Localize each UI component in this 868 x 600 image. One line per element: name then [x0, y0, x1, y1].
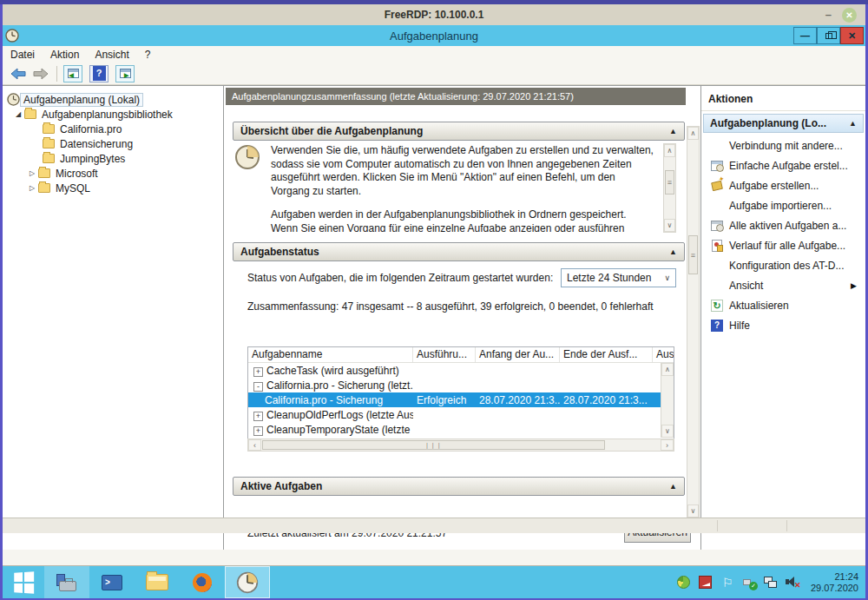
column-header-name[interactable]: Aufgabenname	[248, 347, 413, 362]
tree-item-folder[interactable]: JumpingBytes	[3, 151, 223, 166]
collapsed-icon[interactable]: ▷	[28, 169, 36, 177]
update-status-icon[interactable]	[677, 576, 691, 590]
tree-item-folder[interactable]: California.pro	[3, 122, 223, 136]
overview-scrollbar[interactable]: ∧ ≡ ∨	[663, 143, 676, 233]
taskbar-clock[interactable]: 21:24 29.07.2020	[807, 571, 858, 594]
expanded-icon[interactable]: ◢	[14, 110, 23, 118]
action-display-running-tasks[interactable]: Alle aktiven Aufgaben a...	[701, 215, 865, 235]
freerdp-titlebar: FreeRDP: 10.100.0.1 – ✕	[3, 4, 865, 25]
actions-group-header[interactable]: Aufgabenplanung (Lo... ▲	[703, 114, 864, 133]
column-header-start[interactable]: Anfang der Au...	[476, 347, 560, 362]
action-create-task[interactable]: Aufgabe erstellen...	[701, 175, 865, 195]
table-horizontal-scrollbar[interactable]: ‹ ❘❘❘ ›	[247, 438, 674, 452]
action-enable-task-history[interactable]: Verlauf für alle Aufgabe...	[701, 235, 865, 255]
scroll-right-icon[interactable]: ›	[661, 439, 674, 451]
tree-item-label: Datensicherung	[57, 138, 135, 150]
task-scheduler-icon	[7, 93, 20, 106]
table-row[interactable]: +CleanupOldPerfLogs (letzte Aus...	[248, 407, 674, 422]
action-help[interactable]: ? Hilfe	[701, 315, 865, 335]
scroll-up-icon[interactable]: ∧	[661, 363, 674, 376]
table-row[interactable]: -California.pro - Sicherung (letzt...	[248, 378, 674, 392]
taskstatus-section-header[interactable]: Aufgabenstatus ▲	[233, 242, 685, 261]
collapsed-icon[interactable]: ▷	[28, 184, 36, 192]
clock-time: 21:24	[811, 571, 858, 583]
active-tasks-section-header[interactable]: Aktive Aufgaben ▲	[233, 477, 685, 496]
table-vertical-scrollbar[interactable]: ∧ ∨	[661, 363, 674, 438]
console-tree-toggle-button[interactable]: ◀	[63, 65, 82, 82]
tree-item-folder[interactable]: Datensicherung	[3, 136, 223, 151]
collapse-icon[interactable]: ▲	[669, 247, 677, 256]
scroll-up-icon[interactable]: ∧	[664, 144, 675, 157]
collapse-icon[interactable]: ▲	[669, 482, 677, 491]
folder-icon	[43, 154, 55, 163]
time-range-select[interactable]: Letzte 24 Stunden ∨	[561, 268, 676, 287]
app-close-button[interactable]: ✕	[840, 27, 864, 44]
freerdp-minimize-button[interactable]: –	[825, 10, 832, 19]
tree-item-root[interactable]: Aufgabenplanung (Lokal)	[3, 92, 223, 107]
collapse-icon[interactable]: -	[253, 382, 263, 392]
scroll-up-icon[interactable]: ∧	[687, 127, 699, 140]
table-row[interactable]: +CleanupTemporaryState (letzte ...	[248, 422, 674, 437]
usb-eject-icon[interactable]: ✓	[742, 576, 756, 590]
folder-icon	[38, 183, 50, 193]
antivirus-icon[interactable]	[699, 576, 713, 590]
table-row-selected[interactable]: California.pro - Sicherung Erfolgreich 2…	[248, 392, 674, 407]
action-pane-toggle-button[interactable]: ▶	[115, 65, 135, 82]
taskbar-task-scheduler[interactable]	[225, 566, 270, 598]
help-toolbar-button[interactable]: ?	[89, 65, 108, 82]
remote-desktop: Aufgabenplanung — ✕ Datei Aktion Ansicht…	[3, 25, 865, 598]
app-minimize-button[interactable]: —	[793, 27, 817, 44]
windows-logo-icon	[14, 571, 34, 594]
scroll-down-icon[interactable]: ∨	[664, 219, 675, 232]
taskbar-firefox[interactable]	[180, 566, 225, 598]
action-refresh[interactable]: ↻ Aktualisieren	[701, 295, 865, 315]
column-header-end[interactable]: Ende der Ausf...	[560, 347, 653, 362]
toolbar-separator	[56, 66, 57, 82]
action-import-task[interactable]: Aufgabe importieren...	[701, 195, 865, 215]
scroll-left-icon[interactable]: ‹	[248, 439, 261, 451]
network-icon[interactable]	[764, 576, 778, 590]
scroll-down-icon[interactable]: ∨	[661, 425, 674, 438]
volume-muted-icon[interactable]: ✕	[786, 576, 799, 590]
taskbar-server-manager[interactable]	[44, 566, 89, 598]
forward-icon[interactable]	[31, 67, 50, 81]
action-pane-icon: ▶	[120, 69, 131, 78]
scroll-down-icon[interactable]: ∨	[687, 504, 699, 518]
freerdp-title: FreeRDP: 10.100.0.1	[3, 9, 865, 21]
column-header-aus[interactable]: Aus	[653, 347, 674, 362]
console-tree: Aufgabenplanung (Lokal) ◢ Aufgabenplanun…	[3, 86, 224, 550]
collapse-icon[interactable]: ▲	[849, 119, 857, 128]
freerdp-close-button[interactable]: ✕	[842, 8, 857, 23]
tree-item-folder[interactable]: ▷ MySQL	[3, 181, 223, 195]
action-center-flag-icon[interactable]: ⚐	[720, 576, 734, 590]
console-tree-icon: ◀	[68, 69, 79, 78]
menu-help[interactable]: ?	[137, 49, 159, 61]
action-create-basic-task[interactable]: Einfache Aufgabe erstel...	[701, 155, 865, 175]
menu-datei[interactable]: Datei	[3, 49, 43, 61]
taskstatus-filter-label: Status von Aufgaben, die im folgenden Ze…	[247, 272, 553, 284]
app-titlebar[interactable]: Aufgabenplanung — ✕	[3, 25, 865, 46]
overview-section-header[interactable]: Übersicht über die Aufgabenplanung ▲	[233, 122, 685, 141]
collapse-icon[interactable]: ▲	[669, 127, 677, 135]
expand-icon[interactable]: +	[253, 426, 263, 436]
server-manager-icon	[56, 574, 77, 591]
app-restore-button[interactable]	[817, 27, 840, 44]
menu-ansicht[interactable]: Ansicht	[87, 49, 136, 61]
back-icon[interactable]	[9, 67, 28, 81]
action-view[interactable]: Ansicht ▶	[701, 275, 865, 295]
taskbar-powershell[interactable]: >	[89, 566, 135, 598]
tree-item-library[interactable]: ◢ Aufgabenplanungsbibliothek	[3, 107, 223, 122]
expand-icon[interactable]: +	[253, 367, 263, 377]
clock-date: 29.07.2020	[811, 583, 858, 594]
pane-scrollbar[interactable]: ∧ ≡ ∨	[687, 126, 700, 518]
start-button[interactable]	[3, 566, 44, 598]
tree-item-folder[interactable]: ▷ Microsoft	[3, 166, 223, 181]
expand-icon[interactable]: +	[253, 412, 263, 421]
action-at-service-config[interactable]: Konfiguration des AT-D...	[701, 255, 865, 275]
column-header-result[interactable]: Ausführu...	[413, 347, 476, 362]
menu-aktion[interactable]: Aktion	[43, 49, 87, 61]
summary-pane: Aufgabenplanungzusammenfassung (letzte A…	[224, 86, 700, 550]
taskbar-file-explorer[interactable]	[135, 566, 180, 598]
action-connect[interactable]: Verbindung mit andere...	[701, 135, 865, 155]
table-row[interactable]: +CacheTask (wird ausgeführt)	[248, 363, 674, 378]
